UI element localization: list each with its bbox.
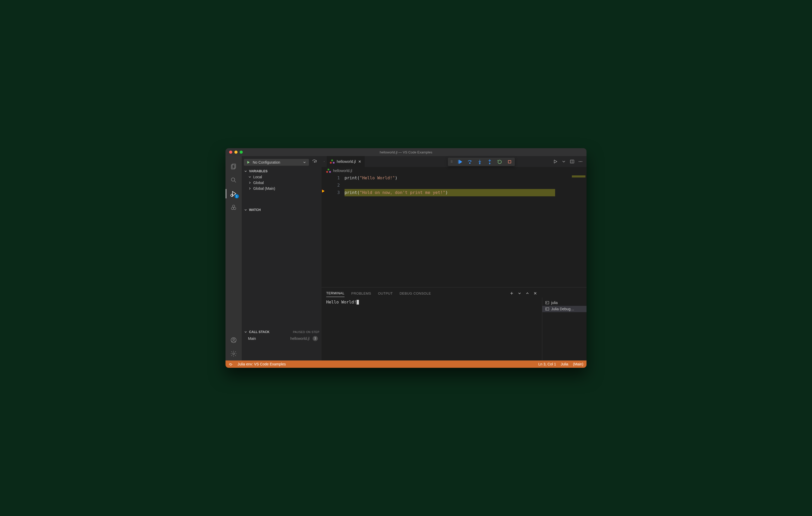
svg-line-44	[229, 363, 230, 364]
activity-explorer[interactable]	[226, 160, 241, 173]
debug-sidebar: No Configuration VARIABLES Local	[242, 156, 321, 361]
minimize-window-button[interactable]	[234, 151, 237, 154]
activity-settings[interactable]	[226, 347, 241, 361]
chevron-right-icon	[248, 181, 252, 185]
debug-toolbar[interactable]: ⠿	[448, 158, 515, 166]
close-icon[interactable]	[358, 160, 361, 163]
restart-icon[interactable]	[497, 159, 502, 164]
debug-settings-button[interactable]	[312, 159, 318, 166]
code-content[interactable]: print("Hello World!")print("Hold on now,…	[345, 174, 571, 287]
svg-marker-15	[248, 161, 250, 164]
step-out-icon[interactable]	[487, 159, 492, 164]
variables-local[interactable]: Local	[242, 174, 321, 180]
panel-tab-problems[interactable]: PROBLEMS	[351, 290, 371, 297]
window-title: helloworld.jl — VS Code Examples	[380, 150, 432, 154]
status-bar: Julia env: VS Code Examples Ln 3, Col 1 …	[226, 361, 586, 368]
chevron-down-icon	[248, 175, 252, 179]
bug-icon	[229, 362, 233, 366]
svg-point-24	[582, 161, 582, 162]
svg-point-14	[233, 353, 235, 355]
chevron-up-icon[interactable]	[525, 291, 529, 295]
section-variables-label: VARIABLES	[249, 170, 268, 173]
panel-actions	[510, 291, 537, 295]
panel-tab-terminal[interactable]: TERMINAL	[326, 290, 345, 297]
chevron-down-icon[interactable]	[517, 291, 522, 295]
callstack-frame-name: Main	[248, 336, 256, 341]
terminal-text: Hello World!	[326, 300, 356, 305]
julia-dots-icon	[230, 204, 237, 211]
section-variables-header[interactable]: VARIABLES	[242, 168, 321, 174]
tab-filename: helloworld.jl	[337, 159, 356, 164]
activity-accounts[interactable]	[226, 333, 241, 347]
svg-point-36	[479, 163, 480, 164]
panel-tab-output[interactable]: OUTPUT	[378, 290, 393, 297]
section-watch-header[interactable]: WATCH	[242, 207, 321, 213]
activity-search[interactable]	[226, 173, 241, 187]
start-debug-icon	[246, 160, 250, 164]
terminal-item-julia[interactable]: julia	[542, 300, 586, 306]
status-language[interactable]: Julia	[561, 362, 569, 366]
svg-point-34	[469, 162, 470, 163]
activity-debug[interactable]: 1	[226, 187, 241, 201]
callstack-frame[interactable]: Main helloworld.jl 3	[242, 335, 321, 342]
debug-pause-status: PAUSED ON STEP	[293, 330, 319, 334]
run-icon[interactable]	[553, 159, 558, 164]
variables-global-main[interactable]: Global (Main)	[242, 186, 321, 191]
debug-config-selector[interactable]: No Configuration	[244, 159, 309, 166]
terminal-output[interactable]: Hello World!	[321, 297, 542, 361]
chevron-down-icon	[244, 170, 248, 173]
fullscreen-window-button[interactable]	[240, 151, 243, 154]
terminal-icon	[545, 301, 549, 305]
minimap[interactable]	[571, 174, 586, 287]
panel-tabs: TERMINAL PROBLEMS OUTPUT DEBUG CONSOLE	[321, 287, 542, 297]
editor-actions	[553, 156, 586, 167]
variables-global[interactable]: Global	[242, 180, 321, 186]
current-line-arrow-icon	[321, 189, 326, 193]
debug-badge: 1	[235, 194, 239, 199]
continue-icon[interactable]	[457, 159, 463, 164]
line-number-gutter: 123	[327, 174, 345, 287]
svg-line-3	[234, 181, 236, 182]
svg-point-13	[233, 338, 235, 340]
status-debug-indicator[interactable]	[229, 362, 233, 366]
files-icon	[230, 163, 237, 170]
stop-icon[interactable]	[507, 159, 512, 164]
split-editor-icon[interactable]	[570, 159, 575, 164]
status-scope[interactable]: (Main)	[573, 362, 583, 366]
svg-point-40	[230, 364, 232, 365]
glyph-margin	[321, 174, 327, 287]
svg-point-22	[579, 161, 579, 162]
callstack-frame-file: helloworld.jl	[290, 336, 310, 341]
close-icon[interactable]	[533, 291, 537, 295]
svg-point-9	[231, 207, 234, 210]
code-editor[interactable]: 123 print("Hello World!")print("Hold on …	[321, 174, 586, 287]
terminal-item-label: Julia Debug…	[551, 307, 574, 311]
terminal-cursor	[356, 300, 359, 305]
code-line[interactable]: print("Hello World!")	[345, 174, 550, 182]
glyph-row	[321, 189, 327, 196]
status-julia-env[interactable]: Julia env: VS Code Examples	[237, 362, 286, 366]
terminal-item-debug[interactable]: Julia Debug…	[542, 306, 586, 312]
status-cursor-position[interactable]: Ln 3, Col 1	[539, 362, 556, 366]
step-into-icon[interactable]	[477, 159, 483, 164]
drag-handle-icon[interactable]: ⠿	[451, 160, 453, 164]
vscode-window: helloworld.jl — VS Code Examples 1	[226, 148, 586, 368]
activity-julia[interactable]	[226, 201, 241, 214]
more-icon[interactable]	[578, 159, 583, 164]
close-window-button[interactable]	[229, 151, 232, 154]
section-callstack-header[interactable]: CALL STACK PAUSED ON STEP	[242, 329, 321, 335]
editor-group: · helloworld.jl helloworld.jl	[321, 156, 586, 361]
plus-icon[interactable]	[510, 291, 514, 295]
variables-local-label: Local	[253, 175, 262, 179]
editor-tab[interactable]: helloworld.jl	[327, 156, 365, 167]
chevron-down-icon	[244, 330, 248, 334]
panel-tab-debug-console[interactable]: DEBUG CONSOLE	[400, 290, 431, 297]
code-line[interactable]	[345, 182, 550, 189]
gear-icon	[230, 350, 237, 357]
terminal-item-label: julia	[551, 301, 558, 305]
breadcrumbs[interactable]: helloworld.jl	[321, 167, 586, 174]
step-over-icon[interactable]	[467, 159, 472, 164]
line-number: 3	[327, 189, 340, 196]
code-line[interactable]: print("Hold on now, don't print me yet!"…	[345, 189, 550, 196]
chevron-down-icon[interactable]	[561, 159, 566, 164]
